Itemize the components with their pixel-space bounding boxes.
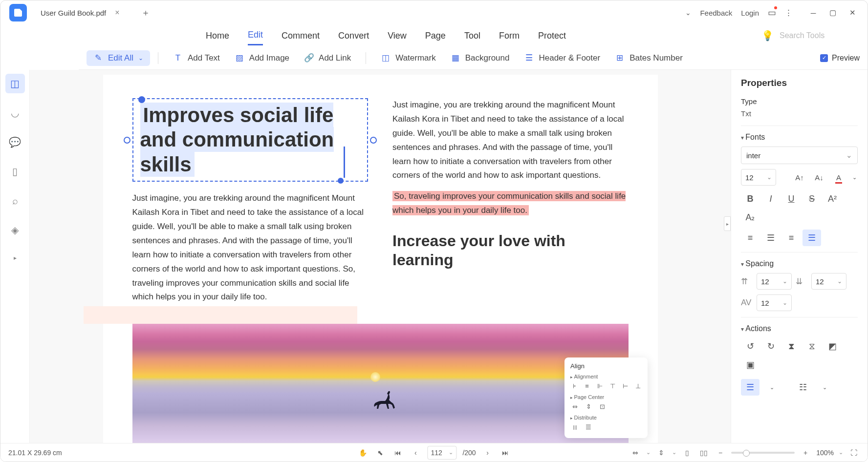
align-right-text-icon[interactable]: ≡ bbox=[782, 230, 801, 246]
rotate-right-icon[interactable]: ↻ bbox=[761, 338, 780, 355]
align-middle-icon[interactable]: ⊢ bbox=[621, 381, 629, 390]
align-left-text-icon[interactable]: ≡ bbox=[741, 230, 760, 246]
align-center-h-icon[interactable]: ≡ bbox=[583, 381, 591, 390]
comments-icon[interactable]: 💬 bbox=[5, 132, 25, 152]
distribute-h-icon[interactable]: ⫼ bbox=[570, 422, 579, 431]
background-button[interactable]: ▦Background bbox=[444, 50, 517, 66]
align-top-icon[interactable]: ⊤ bbox=[608, 381, 616, 390]
font-size-input[interactable]: 12 bbox=[741, 169, 776, 186]
font-family-select[interactable]: inter bbox=[741, 147, 858, 164]
page-center-section[interactable]: Page Center bbox=[570, 394, 642, 400]
last-page-icon[interactable]: ⏭ bbox=[499, 447, 511, 459]
beach-sunset-image[interactable] bbox=[132, 324, 629, 443]
alignment-section[interactable]: Alignment bbox=[570, 374, 642, 379]
align-right-icon[interactable]: ⊩ bbox=[596, 381, 604, 390]
list-chevron-1[interactable]: ⌄ bbox=[764, 379, 779, 396]
resize-handle-tl[interactable] bbox=[138, 96, 145, 103]
select-tool-icon[interactable]: ⬉ bbox=[374, 447, 386, 459]
align-bottom-icon[interactable]: ⊥ bbox=[634, 381, 642, 390]
layers-icon[interactable]: ◈ bbox=[5, 220, 25, 240]
decrease-font-icon[interactable]: A↓ bbox=[812, 169, 826, 186]
fullscreen-icon[interactable]: ⛶ bbox=[848, 447, 860, 459]
menu-home[interactable]: Home bbox=[206, 27, 229, 45]
distribute-section[interactable]: Distribute bbox=[570, 415, 642, 420]
center-h-icon[interactable]: ⇔ bbox=[570, 402, 579, 411]
char-spacing-input[interactable]: 12 bbox=[757, 294, 792, 311]
collapse-properties-icon[interactable]: ▸ bbox=[724, 216, 731, 231]
menu-view[interactable]: View bbox=[388, 27, 407, 45]
app-logo[interactable] bbox=[9, 4, 27, 21]
align-left-icon[interactable]: ⊧ bbox=[570, 381, 578, 390]
rotate-left-icon[interactable]: ↺ bbox=[741, 338, 760, 355]
color-chevron-icon[interactable]: ⌄ bbox=[851, 169, 858, 186]
new-tab-button[interactable]: ＋ bbox=[138, 5, 153, 20]
header-footer-button[interactable]: ☰Header & Footer bbox=[517, 50, 607, 66]
menu-comment[interactable]: Comment bbox=[282, 27, 320, 45]
notification-icon[interactable]: ▭ bbox=[768, 7, 776, 18]
distribute-v-icon[interactable]: ☰ bbox=[584, 422, 593, 431]
login-link[interactable]: Login bbox=[741, 9, 759, 17]
fonts-section[interactable]: Fonts bbox=[741, 133, 858, 142]
add-image-button[interactable]: ▨Add Image bbox=[228, 50, 296, 66]
page-number-input[interactable]: 112⌄ bbox=[427, 446, 456, 460]
superscript-icon[interactable]: A² bbox=[823, 190, 842, 207]
increase-font-icon[interactable]: A↑ bbox=[792, 169, 807, 186]
add-text-button[interactable]: TAdd Text bbox=[166, 50, 227, 66]
document-canvas[interactable]: Improves social life and communication s… bbox=[30, 70, 731, 443]
bookmark-icon[interactable]: ◡ bbox=[5, 103, 25, 123]
flip-v-icon[interactable]: ⧖ bbox=[803, 338, 821, 355]
highlighted-text[interactable]: So, traveling improves your communicatio… bbox=[392, 191, 626, 215]
selected-text-box[interactable]: Improves social life and communication s… bbox=[132, 98, 369, 182]
font-color-icon[interactable]: A bbox=[831, 169, 846, 186]
menu-tool[interactable]: Tool bbox=[464, 27, 480, 45]
list-style-2-icon[interactable]: ☷ bbox=[794, 379, 812, 396]
align-justify-text-icon[interactable]: ☰ bbox=[803, 230, 821, 246]
align-center-text-icon[interactable]: ☰ bbox=[761, 230, 780, 246]
extract-icon[interactable]: ▣ bbox=[741, 357, 760, 373]
italic-icon[interactable]: I bbox=[761, 190, 780, 207]
actions-section[interactable]: Actions bbox=[741, 324, 858, 333]
fit-width-icon[interactable]: ⇔ bbox=[629, 447, 641, 459]
subscript-icon[interactable]: A₂ bbox=[741, 209, 760, 226]
resize-handle-br[interactable] bbox=[338, 178, 344, 184]
heading-2[interactable]: Increase your love with learning bbox=[392, 231, 629, 269]
watermark-button[interactable]: ◫Watermark bbox=[374, 50, 443, 66]
list-chevron-2[interactable]: ⌄ bbox=[817, 379, 832, 396]
list-style-1-icon[interactable]: ☰ bbox=[741, 379, 760, 396]
minimize-button[interactable]: ─ bbox=[806, 5, 821, 20]
search-tools-input[interactable]: Search Tools bbox=[780, 31, 858, 40]
document-tab[interactable]: User Guild Book.pdf × bbox=[32, 3, 129, 22]
menu-form[interactable]: Form bbox=[499, 27, 520, 45]
underline-icon[interactable]: U bbox=[782, 190, 801, 207]
crop-icon[interactable]: ◩ bbox=[823, 338, 842, 355]
heading-text[interactable]: Improves social life and communication s… bbox=[140, 103, 334, 177]
edit-all-button[interactable]: ✎ Edit All ⌄ bbox=[87, 50, 150, 66]
maximize-button[interactable]: ▢ bbox=[825, 5, 840, 20]
single-page-icon[interactable]: ▯ bbox=[681, 447, 693, 459]
close-tab-icon[interactable]: × bbox=[115, 8, 119, 17]
center-both-icon[interactable]: ⊡ bbox=[598, 402, 607, 411]
zoom-slider[interactable] bbox=[731, 452, 795, 454]
bates-number-button[interactable]: ⊞Bates Number bbox=[608, 50, 690, 66]
center-v-icon[interactable]: ⇕ bbox=[584, 402, 593, 411]
spacing-section[interactable]: Spacing bbox=[741, 259, 858, 268]
hand-tool-icon[interactable]: ✋ bbox=[357, 447, 369, 459]
fit-page-icon[interactable]: ⇕ bbox=[655, 447, 667, 459]
expand-sidebar-icon[interactable]: ▸ bbox=[14, 254, 17, 261]
first-page-icon[interactable]: ⏮ bbox=[392, 447, 404, 459]
menu-page[interactable]: Page bbox=[425, 27, 446, 45]
menu-edit[interactable]: Edit bbox=[248, 26, 263, 45]
feedback-link[interactable]: Feedback bbox=[700, 9, 732, 17]
two-page-icon[interactable]: ▯▯ bbox=[698, 447, 710, 459]
preview-checkbox[interactable]: ✓ bbox=[820, 54, 828, 62]
attachments-icon[interactable]: ▯ bbox=[5, 162, 25, 181]
thumbnails-icon[interactable]: ◫ bbox=[5, 74, 25, 93]
menu-convert[interactable]: Convert bbox=[338, 27, 369, 45]
spacing-before-input[interactable]: 12 bbox=[757, 273, 792, 290]
resize-handle-r[interactable] bbox=[370, 137, 377, 144]
paragraph-right[interactable]: Just imagine, you are trekking around th… bbox=[392, 98, 629, 183]
bold-icon[interactable]: B bbox=[741, 190, 760, 207]
kebab-menu-icon[interactable]: ⋮ bbox=[785, 8, 792, 17]
zoom-in-icon[interactable]: + bbox=[800, 447, 811, 459]
flip-h-icon[interactable]: ⧗ bbox=[782, 338, 801, 355]
